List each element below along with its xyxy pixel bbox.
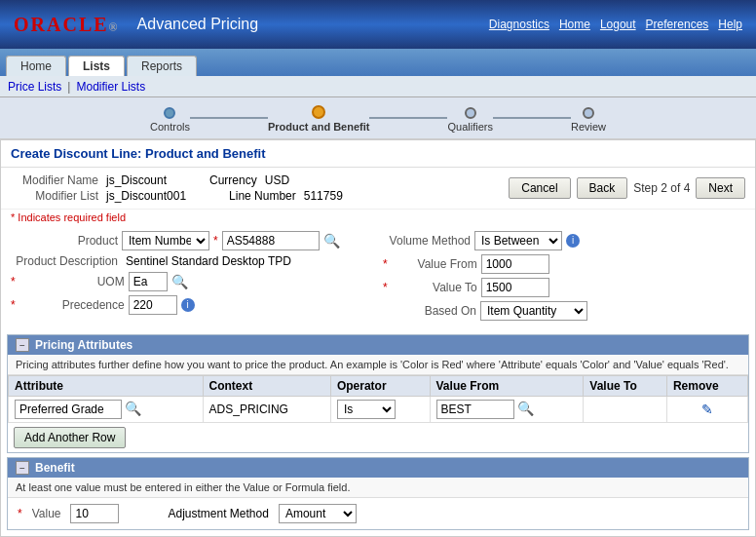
benefit-value-input[interactable] [70, 504, 119, 523]
table-row: 🔍 ADS_PRICING Is 🔍 ✎ [9, 397, 748, 423]
wizard-step-controls: Controls [150, 107, 190, 133]
precedence-info-icon[interactable]: i [181, 298, 195, 312]
required-note: * Indicates required field [1, 210, 755, 225]
app-title: Advanced Pricing [137, 16, 259, 33]
attr-value-from-input[interactable] [436, 400, 514, 419]
attr-col-context: Context [203, 376, 330, 397]
attr-col-remove: Remove [666, 376, 747, 397]
uom-input[interactable] [129, 272, 168, 291]
attr-operator-select[interactable]: Is [337, 400, 396, 419]
modifier-name-value: js_Discount [106, 173, 167, 187]
uom-label: UOM [19, 275, 125, 288]
attr-row-value-from: 🔍 [430, 397, 584, 423]
attr-attribute-search[interactable]: 🔍 [125, 401, 141, 416]
wizard-step-qualifiers: Qualifiers [447, 107, 492, 133]
value-to-label: Value To [392, 281, 477, 294]
benefit-title: Benefit [35, 461, 75, 475]
sub-nav-price-lists[interactable]: Price Lists [8, 80, 61, 94]
step-review-label: Review [571, 121, 606, 133]
benefit-section: − Benefit At least one value must be ent… [7, 457, 749, 530]
attr-row-remove[interactable]: ✎ [666, 397, 747, 423]
attr-row-value-to [584, 397, 667, 423]
line-number-label: Line Number [229, 189, 296, 203]
adjustment-method-label: Adjustment Method [168, 507, 268, 520]
oracle-logo: ORACLE® [14, 14, 120, 36]
benefit-collapse-btn[interactable]: − [16, 461, 29, 475]
value-from-input[interactable] [481, 254, 549, 274]
step-product-label: Product and Benefit [268, 121, 370, 133]
uom-search-icon[interactable]: 🔍 [171, 274, 188, 289]
attr-row-attribute: 🔍 [9, 397, 204, 423]
currency-value: USD [265, 173, 289, 187]
precedence-label: Precedence [19, 298, 125, 312]
product-search-icon[interactable]: 🔍 [323, 233, 340, 249]
wizard-step-review: Review [571, 107, 606, 133]
adjustment-method-select[interactable]: Amount [279, 504, 357, 523]
volume-method-label: Volume Method [383, 234, 471, 248]
attr-row-operator: Is [330, 397, 430, 423]
based-on-label: Based On [383, 304, 476, 318]
based-on-select[interactable]: Item Quantity [480, 301, 587, 321]
modifier-name-label: Modifier Name [11, 173, 98, 187]
step-info: Step 2 of 4 [633, 181, 690, 195]
value-to-input[interactable] [481, 278, 549, 297]
value-from-label: Value From [392, 257, 477, 271]
remove-edit-icon[interactable]: ✎ [701, 402, 713, 417]
wizard-step-product: Product and Benefit [268, 105, 370, 133]
pricing-attributes-section: − Pricing Attributes Pricing attributes … [7, 334, 749, 453]
product-value-input[interactable] [222, 231, 320, 250]
attr-value-from-search[interactable]: 🔍 [517, 401, 534, 416]
step-qualifiers-label: Qualifiers [447, 121, 492, 133]
attr-row-context: ADS_PRICING [203, 397, 330, 423]
header-logout[interactable]: Logout [600, 18, 636, 31]
step-controls-label: Controls [150, 121, 190, 133]
modifier-list-label: Modifier List [11, 189, 98, 203]
pricing-attributes-desc: Pricing attributes further define how yo… [8, 355, 748, 375]
attr-col-attribute: Attribute [9, 376, 204, 397]
benefit-value-label: Value [32, 507, 61, 520]
tab-reports[interactable]: Reports [127, 56, 197, 76]
cancel-button[interactable]: Cancel [509, 177, 570, 199]
product-description-label: Product Description [11, 254, 118, 268]
volume-method-select[interactable]: Is Between [474, 231, 562, 250]
tab-lists[interactable]: Lists [68, 56, 125, 76]
pricing-attributes-title: Pricing Attributes [35, 338, 132, 352]
attr-col-value-from: Value From [430, 376, 584, 397]
line-number-value: 511759 [304, 189, 343, 203]
pricing-attributes-table: Attribute Context Operator Value From Va… [8, 375, 748, 423]
attr-col-value-to: Value To [584, 376, 667, 397]
header-home[interactable]: Home [559, 18, 590, 31]
add-another-row-button[interactable]: Add Another Row [14, 427, 126, 448]
attr-attribute-input[interactable] [15, 400, 122, 419]
sub-nav-modifier-lists[interactable]: Modifier Lists [76, 80, 145, 94]
header-diagnostics[interactable]: Diagnostics [489, 18, 549, 31]
header-preferences[interactable]: Preferences [646, 18, 709, 31]
next-button[interactable]: Next [696, 177, 745, 199]
currency-label: Currency [209, 173, 257, 187]
tab-home[interactable]: Home [6, 56, 66, 76]
precedence-input[interactable] [129, 295, 177, 315]
benefit-desc: At least one value must be entered in ei… [8, 478, 748, 498]
sub-nav-sep: | [67, 80, 70, 94]
product-description-value: Sentinel Standard Desktop TPD [126, 254, 291, 268]
attr-col-operator: Operator [330, 376, 430, 397]
product-type-select[interactable]: Item Number [122, 231, 209, 250]
product-label: Product [11, 234, 118, 248]
volume-method-info-icon[interactable]: i [566, 234, 580, 248]
back-button[interactable]: Back [577, 177, 628, 199]
pricing-attr-collapse-btn[interactable]: − [16, 338, 29, 352]
section-title: Create Discount Line: Product and Benefi… [1, 140, 755, 168]
modifier-list-value: js_Discount001 [106, 189, 186, 203]
header-help[interactable]: Help [718, 18, 742, 31]
